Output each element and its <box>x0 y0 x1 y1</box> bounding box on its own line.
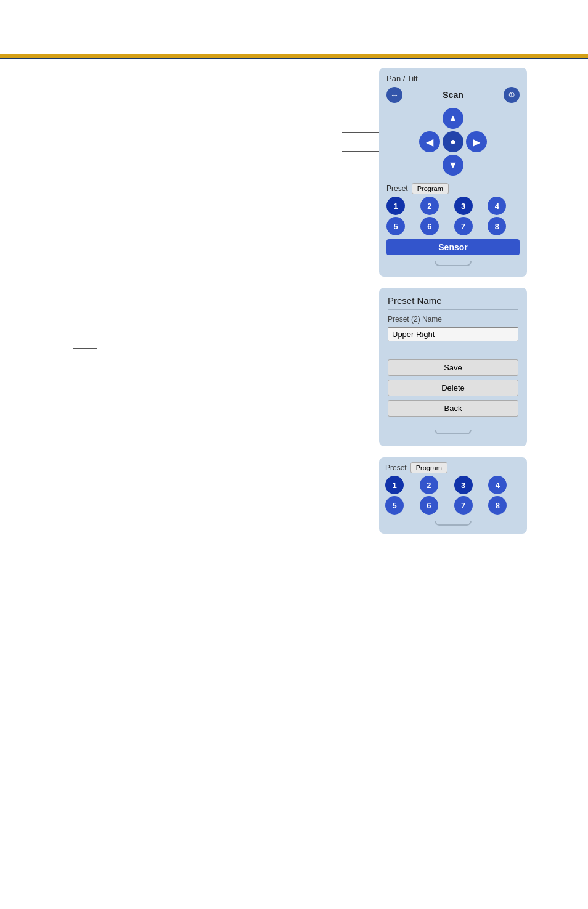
annotation-line-4 <box>342 210 379 210</box>
pan-tilt-header: Pan / Tilt <box>386 74 520 83</box>
annotation-line-5 <box>73 348 97 349</box>
dpad-up-button[interactable]: ▲ <box>443 108 463 129</box>
mini-curved-decoration <box>385 518 521 528</box>
mini-preset-program-row: Preset Program <box>385 462 521 473</box>
back-button[interactable]: Back <box>388 400 518 417</box>
panel-divider-2 <box>388 422 518 422</box>
program-button[interactable]: Program <box>412 183 449 194</box>
preset-curved-decoration <box>388 427 518 436</box>
pan-tilt-title: Pan / Tilt <box>386 74 418 83</box>
dpad-empty-bottomleft <box>419 155 440 176</box>
dpad-down-button[interactable]: ▼ <box>443 155 463 176</box>
curved-decoration <box>386 259 520 268</box>
dpad-left-button[interactable]: ◀ <box>419 131 440 152</box>
scan-row: ↔ Scan ① <box>386 87 520 103</box>
preset-btn-6[interactable]: 6 <box>420 217 439 235</box>
mini-btn-5[interactable]: 5 <box>385 496 404 515</box>
preset-btn-7[interactable]: 7 <box>454 217 473 235</box>
mini-preset-panel: Preset Program 1 2 3 4 5 6 7 8 <box>379 457 527 534</box>
preset-btn-8[interactable]: 8 <box>488 217 506 235</box>
dpad-center-button[interactable]: ● <box>443 131 463 152</box>
preset-btn-4[interactable]: 4 <box>488 197 506 215</box>
mini-program-button[interactable]: Program <box>410 462 447 473</box>
directional-pad: ▲ ◀ ● ▶ ▼ <box>419 108 487 177</box>
save-button[interactable]: Save <box>388 359 518 376</box>
annotation-line-2 <box>342 151 379 152</box>
mini-btn-6[interactable]: 6 <box>420 496 438 515</box>
preset-name-input[interactable] <box>388 327 518 341</box>
preset-btn-2[interactable]: 2 <box>420 197 439 215</box>
scan-label: Scan <box>406 90 500 100</box>
mini-number-grid: 1 2 3 4 5 6 7 8 <box>385 476 521 515</box>
preset-name-title: Preset Name <box>388 295 518 310</box>
dpad-empty-topright <box>466 108 487 129</box>
sensor-button[interactable]: Sensor <box>386 239 520 255</box>
scan-right-button[interactable]: ① <box>504 87 520 103</box>
preset-program-row: Preset Program <box>386 183 520 194</box>
delete-button[interactable]: Delete <box>388 380 518 396</box>
annotation-line-1 <box>342 132 379 133</box>
preset-number-label: Preset (2) Name <box>388 315 518 324</box>
mini-btn-1[interactable]: 1 <box>385 476 404 494</box>
preset-text-label: Preset <box>386 184 408 193</box>
mini-btn-8[interactable]: 8 <box>488 496 507 515</box>
mini-btn-7[interactable]: 7 <box>454 496 473 515</box>
preset-name-panel: Preset Name Preset (2) Name Save Delete … <box>379 288 527 446</box>
scan-right-icon: ① <box>508 91 515 99</box>
preset-btn-3[interactable]: 3 <box>454 197 473 215</box>
preset-btn-1[interactable]: 1 <box>386 197 405 215</box>
annotation-line-3 <box>342 173 379 173</box>
number-grid: 1 2 3 4 5 6 7 8 <box>386 197 520 235</box>
dpad-empty-bottomright <box>466 155 487 176</box>
panel-divider-1 <box>388 354 518 354</box>
mini-btn-2[interactable]: 2 <box>420 476 438 494</box>
dpad-empty-topleft <box>419 108 440 129</box>
scan-left-button[interactable]: ↔ <box>386 87 402 103</box>
mini-btn-4[interactable]: 4 <box>488 476 507 494</box>
mini-preset-label: Preset <box>385 463 407 472</box>
preset-btn-5[interactable]: 5 <box>386 217 405 235</box>
mini-btn-3[interactable]: 3 <box>454 476 473 494</box>
dpad-right-button[interactable]: ▶ <box>466 131 487 152</box>
pan-tilt-panel: Pan / Tilt ↔ Scan ① ▲ ◀ ● ▶ ▼ Preset Pro… <box>379 68 527 277</box>
blue-border <box>0 58 588 59</box>
